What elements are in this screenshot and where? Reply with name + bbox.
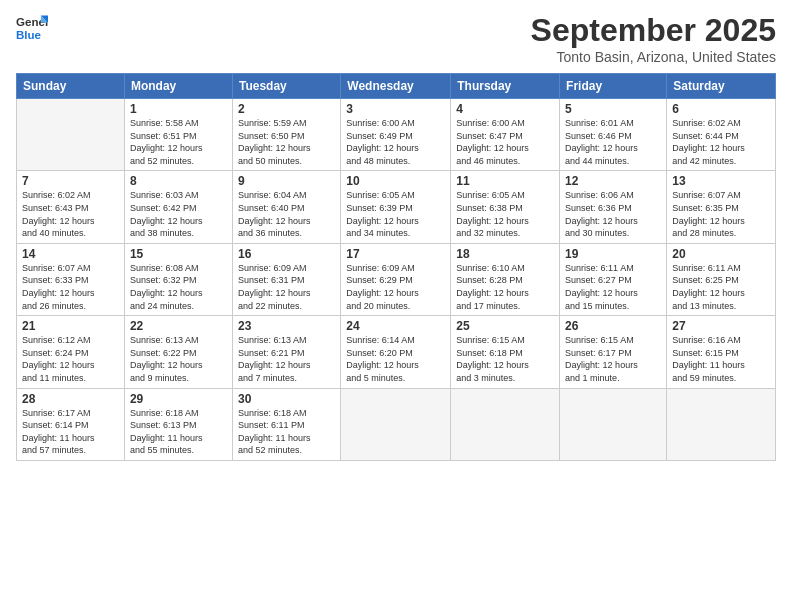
- calendar-header-row: Sunday Monday Tuesday Wednesday Thursday…: [17, 74, 776, 99]
- day-info: Sunrise: 6:13 AM Sunset: 6:22 PM Dayligh…: [130, 334, 227, 384]
- calendar-cell: [17, 99, 125, 171]
- logo-icon: General Blue: [16, 12, 48, 44]
- day-number: 23: [238, 319, 335, 333]
- day-number: 22: [130, 319, 227, 333]
- calendar-cell: 25Sunrise: 6:15 AM Sunset: 6:18 PM Dayli…: [451, 316, 560, 388]
- day-number: 2: [238, 102, 335, 116]
- calendar-cell: 4Sunrise: 6:00 AM Sunset: 6:47 PM Daylig…: [451, 99, 560, 171]
- day-info: Sunrise: 6:06 AM Sunset: 6:36 PM Dayligh…: [565, 189, 661, 239]
- calendar-cell: [560, 388, 667, 460]
- calendar-cell: 20Sunrise: 6:11 AM Sunset: 6:25 PM Dayli…: [667, 243, 776, 315]
- day-info: Sunrise: 6:09 AM Sunset: 6:31 PM Dayligh…: [238, 262, 335, 312]
- calendar-cell: 23Sunrise: 6:13 AM Sunset: 6:21 PM Dayli…: [232, 316, 340, 388]
- day-number: 20: [672, 247, 770, 261]
- calendar-cell: [667, 388, 776, 460]
- day-info: Sunrise: 6:15 AM Sunset: 6:17 PM Dayligh…: [565, 334, 661, 384]
- day-info: Sunrise: 6:14 AM Sunset: 6:20 PM Dayligh…: [346, 334, 445, 384]
- day-number: 10: [346, 174, 445, 188]
- day-number: 17: [346, 247, 445, 261]
- calendar-cell: 17Sunrise: 6:09 AM Sunset: 6:29 PM Dayli…: [341, 243, 451, 315]
- day-info: Sunrise: 6:00 AM Sunset: 6:49 PM Dayligh…: [346, 117, 445, 167]
- day-info: Sunrise: 5:58 AM Sunset: 6:51 PM Dayligh…: [130, 117, 227, 167]
- day-number: 30: [238, 392, 335, 406]
- day-number: 15: [130, 247, 227, 261]
- day-number: 12: [565, 174, 661, 188]
- day-info: Sunrise: 6:05 AM Sunset: 6:38 PM Dayligh…: [456, 189, 554, 239]
- day-number: 16: [238, 247, 335, 261]
- calendar-cell: [451, 388, 560, 460]
- calendar-cell: 10Sunrise: 6:05 AM Sunset: 6:39 PM Dayli…: [341, 171, 451, 243]
- day-info: Sunrise: 5:59 AM Sunset: 6:50 PM Dayligh…: [238, 117, 335, 167]
- day-number: 25: [456, 319, 554, 333]
- day-number: 27: [672, 319, 770, 333]
- calendar-cell: 18Sunrise: 6:10 AM Sunset: 6:28 PM Dayli…: [451, 243, 560, 315]
- day-info: Sunrise: 6:07 AM Sunset: 6:35 PM Dayligh…: [672, 189, 770, 239]
- day-number: 9: [238, 174, 335, 188]
- day-number: 28: [22, 392, 119, 406]
- day-number: 8: [130, 174, 227, 188]
- calendar-cell: 11Sunrise: 6:05 AM Sunset: 6:38 PM Dayli…: [451, 171, 560, 243]
- day-number: 21: [22, 319, 119, 333]
- day-info: Sunrise: 6:18 AM Sunset: 6:13 PM Dayligh…: [130, 407, 227, 457]
- day-number: 18: [456, 247, 554, 261]
- day-number: 1: [130, 102, 227, 116]
- day-number: 5: [565, 102, 661, 116]
- calendar-cell: 26Sunrise: 6:15 AM Sunset: 6:17 PM Dayli…: [560, 316, 667, 388]
- calendar-cell: 3Sunrise: 6:00 AM Sunset: 6:49 PM Daylig…: [341, 99, 451, 171]
- calendar-cell: 16Sunrise: 6:09 AM Sunset: 6:31 PM Dayli…: [232, 243, 340, 315]
- calendar-cell: 19Sunrise: 6:11 AM Sunset: 6:27 PM Dayli…: [560, 243, 667, 315]
- day-info: Sunrise: 6:09 AM Sunset: 6:29 PM Dayligh…: [346, 262, 445, 312]
- logo: General Blue: [16, 12, 48, 44]
- svg-text:Blue: Blue: [16, 29, 42, 41]
- day-info: Sunrise: 6:17 AM Sunset: 6:14 PM Dayligh…: [22, 407, 119, 457]
- day-info: Sunrise: 6:03 AM Sunset: 6:42 PM Dayligh…: [130, 189, 227, 239]
- day-number: 19: [565, 247, 661, 261]
- day-number: 13: [672, 174, 770, 188]
- day-info: Sunrise: 6:02 AM Sunset: 6:43 PM Dayligh…: [22, 189, 119, 239]
- calendar-week-row-3: 21Sunrise: 6:12 AM Sunset: 6:24 PM Dayli…: [17, 316, 776, 388]
- day-number: 3: [346, 102, 445, 116]
- calendar-cell: 28Sunrise: 6:17 AM Sunset: 6:14 PM Dayli…: [17, 388, 125, 460]
- day-info: Sunrise: 6:16 AM Sunset: 6:15 PM Dayligh…: [672, 334, 770, 384]
- day-info: Sunrise: 6:13 AM Sunset: 6:21 PM Dayligh…: [238, 334, 335, 384]
- day-number: 29: [130, 392, 227, 406]
- calendar-week-row-0: 1Sunrise: 5:58 AM Sunset: 6:51 PM Daylig…: [17, 99, 776, 171]
- day-info: Sunrise: 6:01 AM Sunset: 6:46 PM Dayligh…: [565, 117, 661, 167]
- calendar-cell: 15Sunrise: 6:08 AM Sunset: 6:32 PM Dayli…: [124, 243, 232, 315]
- day-info: Sunrise: 6:10 AM Sunset: 6:28 PM Dayligh…: [456, 262, 554, 312]
- day-number: 11: [456, 174, 554, 188]
- calendar-cell: 21Sunrise: 6:12 AM Sunset: 6:24 PM Dayli…: [17, 316, 125, 388]
- header-wednesday: Wednesday: [341, 74, 451, 99]
- day-info: Sunrise: 6:00 AM Sunset: 6:47 PM Dayligh…: [456, 117, 554, 167]
- header-monday: Monday: [124, 74, 232, 99]
- day-number: 26: [565, 319, 661, 333]
- day-info: Sunrise: 6:18 AM Sunset: 6:11 PM Dayligh…: [238, 407, 335, 457]
- day-info: Sunrise: 6:11 AM Sunset: 6:27 PM Dayligh…: [565, 262, 661, 312]
- calendar-table: Sunday Monday Tuesday Wednesday Thursday…: [16, 73, 776, 461]
- header-sunday: Sunday: [17, 74, 125, 99]
- day-info: Sunrise: 6:02 AM Sunset: 6:44 PM Dayligh…: [672, 117, 770, 167]
- day-info: Sunrise: 6:11 AM Sunset: 6:25 PM Dayligh…: [672, 262, 770, 312]
- day-info: Sunrise: 6:15 AM Sunset: 6:18 PM Dayligh…: [456, 334, 554, 384]
- calendar-cell: 2Sunrise: 5:59 AM Sunset: 6:50 PM Daylig…: [232, 99, 340, 171]
- day-info: Sunrise: 6:08 AM Sunset: 6:32 PM Dayligh…: [130, 262, 227, 312]
- day-number: 6: [672, 102, 770, 116]
- calendar-cell: 12Sunrise: 6:06 AM Sunset: 6:36 PM Dayli…: [560, 171, 667, 243]
- header-friday: Friday: [560, 74, 667, 99]
- day-info: Sunrise: 6:07 AM Sunset: 6:33 PM Dayligh…: [22, 262, 119, 312]
- calendar-cell: 14Sunrise: 6:07 AM Sunset: 6:33 PM Dayli…: [17, 243, 125, 315]
- calendar-cell: 29Sunrise: 6:18 AM Sunset: 6:13 PM Dayli…: [124, 388, 232, 460]
- calendar-week-row-2: 14Sunrise: 6:07 AM Sunset: 6:33 PM Dayli…: [17, 243, 776, 315]
- location-title: Tonto Basin, Arizona, United States: [531, 49, 776, 65]
- calendar-cell: 22Sunrise: 6:13 AM Sunset: 6:22 PM Dayli…: [124, 316, 232, 388]
- day-info: Sunrise: 6:04 AM Sunset: 6:40 PM Dayligh…: [238, 189, 335, 239]
- day-number: 4: [456, 102, 554, 116]
- page: General Blue September 2025 Tonto Basin,…: [0, 0, 792, 612]
- header-saturday: Saturday: [667, 74, 776, 99]
- header-tuesday: Tuesday: [232, 74, 340, 99]
- calendar-cell: [341, 388, 451, 460]
- calendar-cell: 13Sunrise: 6:07 AM Sunset: 6:35 PM Dayli…: [667, 171, 776, 243]
- calendar-cell: 8Sunrise: 6:03 AM Sunset: 6:42 PM Daylig…: [124, 171, 232, 243]
- day-number: 14: [22, 247, 119, 261]
- day-info: Sunrise: 6:05 AM Sunset: 6:39 PM Dayligh…: [346, 189, 445, 239]
